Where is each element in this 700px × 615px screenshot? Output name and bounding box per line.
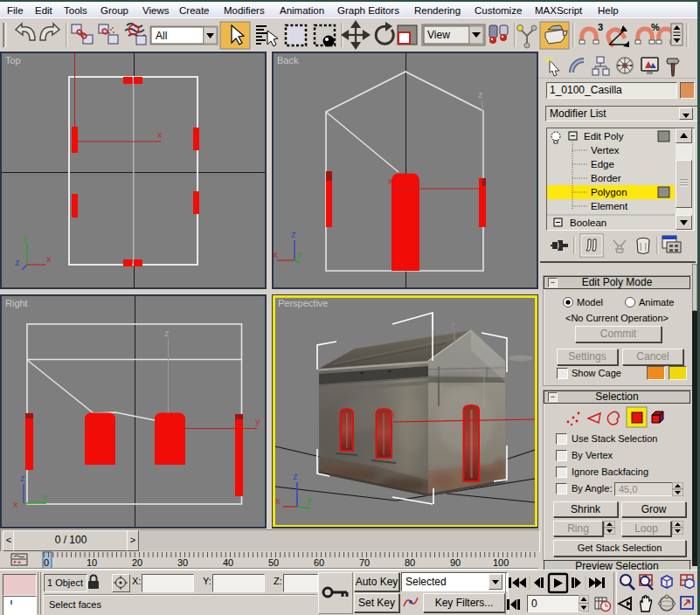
svg-text:z: z (293, 471, 298, 481)
svg-text:x: x (275, 495, 281, 506)
svg-text:z: z (20, 473, 25, 483)
svg-text:Boolean: Boolean (570, 218, 606, 228)
svg-text:70: 70 (359, 557, 370, 568)
svg-text:y: y (307, 494, 312, 505)
svg-text:z: z (164, 328, 170, 338)
svg-text:Edge: Edge (591, 159, 614, 169)
svg-text:90: 90 (450, 557, 461, 568)
svg-text:20: 20 (132, 557, 142, 568)
svg-text:View: View (427, 29, 450, 41)
svg-text:Polygon: Polygon (591, 187, 627, 197)
svg-text:30: 30 (177, 557, 188, 568)
svg-text:z: z (450, 320, 455, 330)
svg-text:x: x (273, 249, 278, 259)
svg-text:z: z (291, 229, 296, 239)
svg-text:50: 50 (268, 557, 279, 568)
svg-text:0: 0 (44, 557, 49, 568)
svg-text:x: x (157, 129, 163, 140)
svg-text:All: All (156, 30, 167, 42)
svg-text:z: z (478, 89, 483, 100)
svg-text:x: x (46, 253, 52, 264)
svg-text:x: x (391, 409, 396, 419)
svg-text:y: y (297, 249, 302, 259)
svg-text:100: 100 (493, 557, 509, 568)
svg-text:y: y (23, 232, 28, 243)
svg-text:Vertex: Vertex (591, 145, 620, 155)
svg-text:Border: Border (591, 173, 621, 183)
svg-text:y: y (42, 491, 47, 501)
svg-text:x: x (13, 499, 18, 509)
svg-text:80: 80 (405, 557, 415, 568)
svg-text:x: x (388, 176, 393, 186)
svg-text:z: z (15, 257, 20, 267)
svg-text:40: 40 (223, 557, 233, 568)
svg-text:10: 10 (87, 557, 97, 568)
svg-text:3: 3 (598, 22, 603, 32)
svg-text:y: y (255, 416, 260, 426)
svg-text:60: 60 (314, 557, 324, 568)
svg-text:Element: Element (591, 201, 628, 211)
svg-text:Edit Poly: Edit Poly (584, 131, 624, 142)
